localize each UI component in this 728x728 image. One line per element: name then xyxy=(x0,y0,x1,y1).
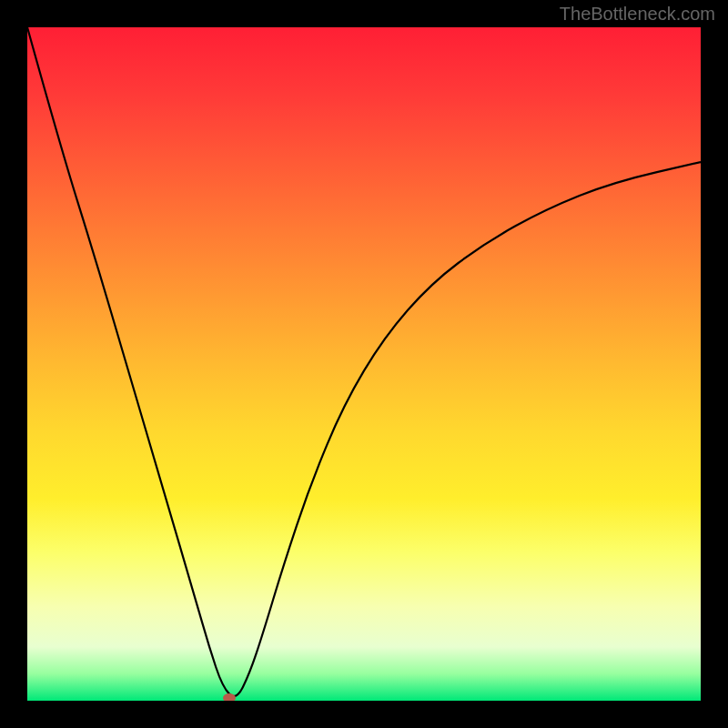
optimal-point-marker xyxy=(223,693,236,701)
chart-svg xyxy=(27,27,701,701)
watermark-text: TheBottleneck.com xyxy=(560,4,715,25)
bottleneck-curve xyxy=(27,27,701,696)
chart-container xyxy=(27,27,701,701)
